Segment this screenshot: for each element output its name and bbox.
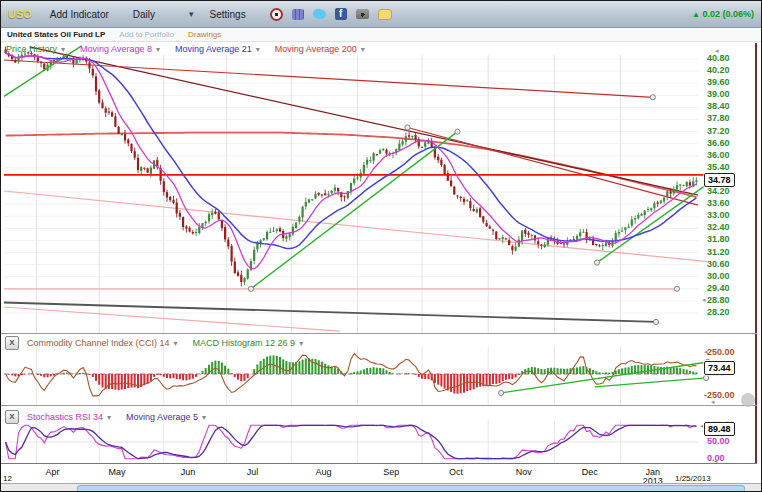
y-axis-label: 40.20 — [707, 65, 730, 75]
chat-icon[interactable] — [378, 9, 392, 20]
year-start-label: 12 — [3, 474, 12, 483]
y-axis-label: -250.00 — [704, 390, 735, 400]
indicator-label: Moving Average 5 — [126, 412, 198, 422]
chevron-down-icon: ▾ — [174, 339, 178, 348]
indicator-stoch-ma5[interactable]: Moving Average 5 ▾ — [126, 412, 206, 422]
y-axis-label: 31.20 — [707, 247, 730, 257]
scrollbar-thumb[interactable] — [77, 485, 745, 492]
indicator-label: Moving Average 21 — [175, 44, 252, 54]
y-axis-label: 36.00 — [707, 150, 730, 160]
indicator-ma8[interactable]: Moving Average 8 ▾ — [80, 44, 160, 54]
add-to-portfolio-button[interactable]: Add to Portfolio — [119, 30, 174, 39]
x-axis-month-label: Apr — [35, 467, 69, 477]
clock-icon[interactable] — [270, 8, 283, 21]
x-axis-month-label: Oct — [439, 467, 473, 477]
y-axis-label: 50.00 — [707, 436, 730, 446]
y-axis-label: 250.00 — [707, 347, 735, 357]
close-stoch-pane-button[interactable]: X — [5, 410, 19, 424]
y-axis-label: 35.40 — [707, 162, 730, 172]
last-date-label: 1/25/2013 — [675, 474, 711, 483]
toolbar: USO Add Indicator Daily ▾ Settings f ▲ 0… — [1, 1, 761, 28]
y-axis-label: 32.40 — [707, 222, 730, 232]
y-axis-label: 34.20 — [707, 186, 730, 196]
up-arrow-icon: ▲ — [692, 10, 700, 19]
last-price-badge: 34.78 — [704, 173, 735, 187]
x-axis-month-label: May — [100, 467, 134, 477]
x-axis-month-label: Jun — [171, 467, 205, 477]
indicator-label: Moving Average 200 — [275, 44, 357, 54]
chevron-down-icon: ▾ — [156, 45, 160, 54]
indicator-label: MACD Histogram 12 26 9 — [193, 338, 296, 348]
indicator-cci[interactable]: Commodity Channel Index (CCI) 14 ▾ — [27, 338, 178, 348]
scrollbar-track[interactable] — [1, 483, 761, 492]
y-axis-label: 37.80 — [707, 113, 730, 123]
chevron-down-icon: ▾ — [202, 413, 206, 422]
axis-marker-icon: ◂ — [702, 296, 706, 304]
axis-marker-icon: ◂ — [704, 348, 708, 356]
library-icon[interactable] — [292, 9, 304, 20]
indicator-price-history[interactable]: Price History ▾ — [6, 44, 65, 54]
camera-icon[interactable] — [356, 9, 369, 19]
axis-marker-icon: ◂ — [700, 422, 704, 430]
pane-separator[interactable] — [1, 333, 757, 334]
cci-indicator-row: X Commodity Channel Index (CCI) 14 ▾ MAC… — [5, 336, 318, 350]
indicator-label: Commodity Channel Index (CCI) 14 — [27, 338, 170, 348]
chevron-down-icon: ▾ — [189, 9, 194, 19]
close-cci-pane-button[interactable]: X — [5, 336, 19, 350]
chevron-down-icon: ▾ — [107, 413, 111, 422]
indicator-label: Moving Average 8 — [80, 44, 152, 54]
pane-separator — [1, 463, 757, 464]
chevron-down-icon: ▾ — [256, 45, 260, 54]
y-axis-label: 39.00 — [707, 89, 730, 99]
add-indicator-button[interactable]: Add Indicator — [50, 9, 109, 20]
settings-button[interactable]: Settings — [210, 9, 246, 20]
indicator-stoch-rsi[interactable]: Stochastics RSI 34 ▾ — [27, 412, 111, 422]
drawings-button[interactable]: Drawings — [188, 30, 221, 39]
period-dropdown[interactable]: Daily ▾ — [133, 9, 194, 20]
x-axis-month-label: Aug — [307, 467, 341, 477]
chart-right-border — [755, 43, 757, 464]
x-axis-month-label: Dec — [573, 467, 607, 477]
indicator-ma21[interactable]: Moving Average 21 ▾ — [175, 44, 260, 54]
y-axis-label: 33.00 — [707, 210, 730, 220]
chevron-down-icon: ▾ — [299, 339, 303, 348]
symbol-label: USO — [8, 8, 32, 20]
stoch-value-badge: 89.48 — [704, 422, 735, 436]
period-value: Daily — [133, 9, 155, 20]
quote-change-value: 0.02 (0.06%) — [702, 9, 754, 19]
y-axis-label: 30.00 — [707, 271, 730, 281]
indicator-macd-histogram[interactable]: MACD Histogram 12 26 9 ▾ — [193, 338, 304, 348]
y-axis-label: 30.60 — [707, 259, 730, 269]
y-axis-label: 28.80 — [707, 295, 730, 305]
indicator-label: Stochastics RSI 34 — [27, 412, 103, 422]
price-chart-canvas[interactable] — [1, 43, 762, 334]
x-axis-month-label: Jul — [236, 467, 270, 477]
y-axis-label: 38.40 — [707, 101, 730, 111]
stoch-indicator-row: X Stochastics RSI 34 ▾ Moving Average 5 … — [5, 410, 221, 424]
y-axis-label: 29.40 — [707, 283, 730, 293]
quote-change: ▲ 0.02 (0.06%) — [692, 9, 754, 19]
y-axis-label: 39.60 — [707, 77, 730, 87]
y-axis-label: 31.80 — [707, 234, 730, 244]
facebook-icon[interactable]: f — [335, 8, 347, 20]
x-axis-month-label: Nov — [507, 467, 541, 477]
instrument-name: United States Oil Fund LP — [7, 30, 105, 39]
x-axis-month-label: Sep — [374, 467, 408, 477]
indicator-ma200[interactable]: Moving Average 200 ▾ — [275, 44, 365, 54]
subheader: United States Oil Fund LP Add to Portfol… — [1, 28, 761, 42]
chevron-down-icon: ▾ — [61, 45, 65, 54]
pane-separator[interactable] — [1, 405, 757, 406]
axis-marker-icon: ◂ — [715, 47, 719, 55]
chart-window: USO Add Indicator Daily ▾ Settings f ▲ 0… — [0, 0, 762, 492]
price-indicator-row: Price History ▾ Moving Average 8 ▾ Movin… — [6, 44, 380, 54]
cci-value-badge: 73.44 — [704, 361, 735, 375]
twitter-icon[interactable] — [313, 9, 326, 19]
y-axis-label: 37.20 — [707, 126, 730, 136]
y-axis-label: 33.60 — [707, 198, 730, 208]
chevron-down-icon: ▾ — [361, 45, 365, 54]
y-axis-label: 36.60 — [707, 138, 730, 148]
resize-handle-icon[interactable] — [741, 393, 755, 407]
y-axis-label: 28.20 — [707, 307, 730, 317]
indicator-label: Price History — [6, 44, 57, 54]
